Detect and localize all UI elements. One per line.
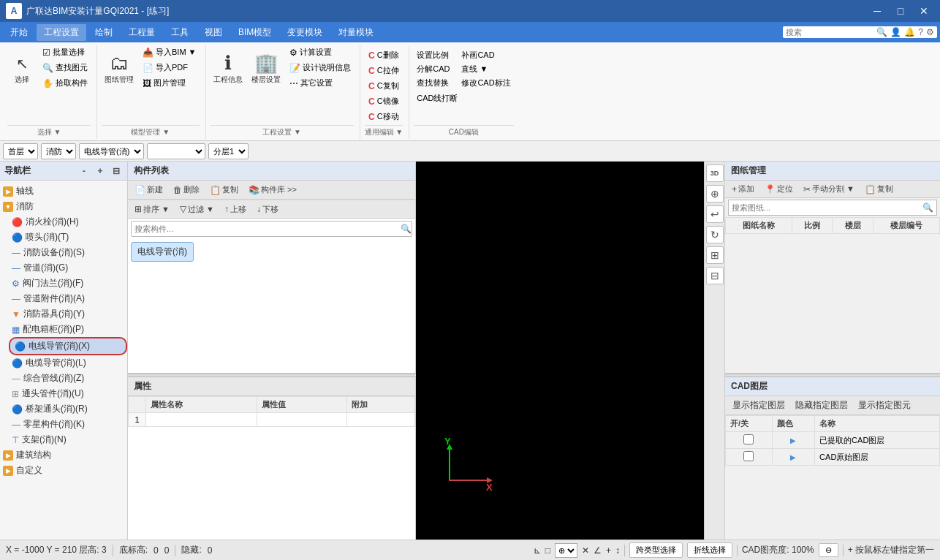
layer-original-checkbox[interactable] (743, 451, 754, 461)
minimize-button[interactable]: ─ (867, 4, 887, 18)
zoom-in-view-button[interactable]: ⊕ (706, 185, 724, 203)
find-element-button[interactable]: 🔍 查找图元 (39, 61, 91, 75)
tree-item-custom[interactable]: ▶ 自定义 (0, 463, 127, 478)
corner-tool-icon[interactable]: ⊾ (534, 545, 541, 556)
tree-item-cable-conduit[interactable]: 🔵 电缆导管(消)(L) (9, 355, 127, 371)
image-management-button[interactable]: 🖼 图片管理 (140, 76, 200, 90)
project-info-button[interactable]: ℹ 工程信息 (211, 50, 246, 86)
tree-item-fire-appliance[interactable]: ▼ 消防器具(消)(Y) (9, 306, 127, 322)
batch-select-button[interactable]: ☑ 批量选择 (39, 45, 91, 59)
menu-change[interactable]: 变更模块 (280, 24, 330, 41)
tree-item-valve[interactable]: ⚙ 阀门法兰(消)(F) (9, 276, 127, 291)
layer-extracted-checkbox[interactable] (743, 434, 754, 444)
set-scale-button[interactable]: 设置比例 (414, 48, 452, 62)
modify-cad-annotation-button[interactable]: 修改CAD标注 (458, 76, 513, 90)
menu-project-settings[interactable]: 工程设置 (37, 24, 86, 41)
menu-view[interactable]: 视图 (197, 24, 230, 41)
add-drawing-button[interactable]: + 添加 (728, 182, 758, 196)
library-button[interactable]: 📚 构件库 >> (245, 183, 300, 197)
calc-settings-button[interactable]: ⚙ 计算设置 (287, 45, 354, 59)
filter-button[interactable]: ▽ 过滤 ▼ (176, 203, 218, 216)
tree-item-tray-fitting[interactable]: 🔵 桥架通头(消)(R) (9, 401, 127, 417)
cross-tool-icon[interactable]: ✕ (582, 545, 589, 556)
move-up-button[interactable]: ↑ 上移 (221, 203, 250, 216)
line-button[interactable]: 直线 ▼ (458, 62, 513, 76)
floor-settings-button[interactable]: 🏢 楼层设置 (249, 50, 284, 86)
brightness-decrease-button[interactable]: ⊖ (819, 543, 838, 557)
tree-item-conduit[interactable]: 🔵 电线导管(消)(X) (9, 337, 127, 355)
3d-view-button[interactable]: 3D (706, 164, 724, 182)
design-desc-button[interactable]: 📝 设计说明信息 (287, 61, 354, 75)
tree-item-connector[interactable]: ⊞ 通头管件(消)(U) (9, 386, 127, 401)
copy-component-button[interactable]: 📋 复制 (206, 183, 242, 197)
tree-item-building[interactable]: ▶ 建筑结构 (0, 447, 127, 463)
tree-item-fire[interactable]: ▼ 消防 (0, 199, 127, 214)
menu-start[interactable]: 开始 (3, 24, 35, 41)
manual-divide-button[interactable]: ✂ 手动分割 ▼ (800, 182, 858, 196)
sort-button[interactable]: ⊞ 排序 ▼ (131, 203, 173, 216)
menu-bim[interactable]: BIM模型 (231, 24, 278, 41)
floor-select[interactable]: 首层 (3, 143, 38, 159)
maximize-button[interactable]: □ (890, 4, 911, 18)
decompose-cad-button[interactable]: 分解CAD (414, 62, 452, 76)
select-button[interactable]: ↖ 选择 (7, 50, 37, 86)
expand-view-button[interactable]: ⊞ (706, 246, 724, 264)
layer-select[interactable]: 分层1 (208, 143, 249, 159)
component-search-input[interactable] (132, 224, 399, 233)
tree-item-misc-component[interactable]: — 零星构件(消)(K) (9, 417, 127, 432)
empty-select[interactable] (147, 143, 205, 159)
category-select[interactable]: 消防 (41, 143, 76, 159)
cross-type-select-button[interactable]: 跨类型选择 (629, 542, 683, 558)
delete-component-button[interactable]: 🗑 删除 (170, 183, 203, 197)
tree-item-pipe-fitting[interactable]: — 管道附件(消)(A) (9, 291, 127, 306)
cad-line-break-button[interactable]: CAD线打断 (414, 91, 513, 105)
component-type-select[interactable]: 电线导管(消) (79, 143, 144, 159)
search-icon[interactable]: 🔍 (876, 27, 887, 37)
drawing-search-input[interactable] (732, 203, 921, 212)
nav-expand-button[interactable]: + (94, 164, 107, 178)
rect-tool-icon[interactable]: □ (545, 545, 550, 556)
close-button[interactable]: ✕ (914, 4, 934, 18)
c-mirror-button[interactable]: CC镜像 (365, 94, 402, 108)
show-specified-element-button[interactable]: 显示指定图元 (855, 398, 914, 413)
menu-quantity-check[interactable]: 对量模块 (331, 24, 381, 41)
collapse-view-button[interactable]: ⊟ (706, 267, 724, 284)
import-bim-button[interactable]: 📥 导入BIM ▼ (140, 45, 200, 59)
menu-draw[interactable]: 绘制 (88, 24, 120, 41)
undo-view-button[interactable]: ↩ (706, 205, 724, 223)
settings-icon[interactable]: ⚙ (926, 27, 934, 37)
show-specified-layer-button[interactable]: 显示指定图层 (729, 398, 788, 413)
tree-item-hydrant[interactable]: 🔴 消火栓(消)(H) (9, 214, 127, 230)
nav-collapse-button[interactable]: - (77, 164, 91, 178)
find-replace-button[interactable]: 查找替换 (414, 76, 452, 90)
angle-tool-icon[interactable]: ∠ (594, 545, 602, 556)
add-draw-cad-button[interactable]: 补画CAD (458, 48, 513, 62)
tree-item-pipe[interactable]: — 管道(消)(G) (9, 260, 127, 276)
nav-settings-button[interactable]: ⊟ (110, 164, 123, 178)
c-move-button[interactable]: CC移动 (365, 110, 402, 124)
menu-tools[interactable]: 工具 (164, 24, 196, 41)
tree-item-fire-equipment[interactable]: — 消防设备(消)(S) (9, 245, 127, 260)
import-pdf-button[interactable]: 📄 导入PDF (140, 61, 200, 75)
move-down-button[interactable]: ↓ 下移 (253, 203, 282, 216)
component-item-conduit[interactable]: 电线导管(消) (131, 242, 194, 262)
search-input[interactable] (786, 28, 873, 37)
cad-viewport[interactable]: Y X (416, 162, 704, 540)
polyline-select-button[interactable]: 折线选择 (687, 542, 732, 558)
redo-view-button[interactable]: ↻ (706, 226, 724, 243)
tree-item-axis[interactable]: ▶ 轴线 (0, 183, 127, 199)
tree-item-bracket[interactable]: ⊤ 支架(消)(N) (9, 432, 127, 447)
menu-quantity[interactable]: 工程量 (121, 24, 162, 41)
locate-drawing-button[interactable]: 📍 定位 (761, 182, 797, 196)
new-component-button[interactable]: 📄 新建 (131, 183, 167, 197)
snap-select[interactable]: ⊕ (555, 543, 577, 558)
other-settings-button[interactable]: ⋯ 其它设置 (287, 76, 354, 90)
hide-specified-layer-button[interactable]: 隐藏指定图层 (792, 398, 851, 413)
pick-component-button[interactable]: ✋ 拾取构件 (39, 76, 91, 90)
tree-item-distribution-box[interactable]: ▦ 配电箱柜(消)(P) (9, 322, 127, 337)
tree-item-sprinkler[interactable]: 🔵 喷头(消)(T) (9, 230, 127, 245)
c-copy-button[interactable]: CC复制 (365, 79, 402, 93)
c-stretch-button[interactable]: CC拉伸 (365, 64, 402, 77)
c-delete-button[interactable]: CC删除 (365, 48, 402, 62)
tree-item-combined-pipe[interactable]: — 综合管线(消)(Z) (9, 371, 127, 386)
